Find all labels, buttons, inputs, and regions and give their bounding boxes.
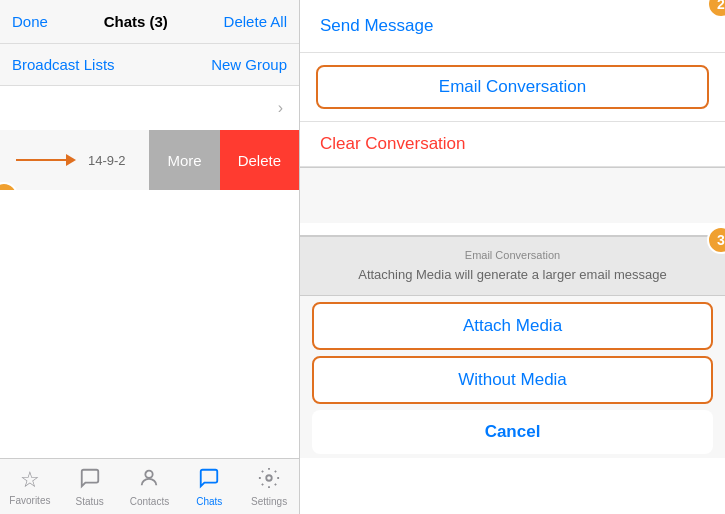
swipe-actions: More Delete bbox=[149, 130, 299, 190]
action-sheet-cropped-title: Email Conversation bbox=[316, 249, 709, 261]
clear-conversation-section: Clear Conversation bbox=[300, 122, 725, 167]
delete-button[interactable]: Delete bbox=[220, 130, 299, 190]
arrow-line bbox=[16, 159, 66, 161]
second-bar: Broadcast Lists New Group bbox=[0, 44, 299, 86]
tab-settings-label: Settings bbox=[251, 496, 287, 507]
cancel-button[interactable]: Cancel bbox=[312, 410, 713, 454]
tab-contacts[interactable]: Contacts bbox=[120, 467, 180, 507]
step-badge-1: 1 bbox=[0, 182, 18, 190]
disclosure-row[interactable]: › bbox=[0, 86, 299, 130]
tab-favorites-label: Favorites bbox=[9, 495, 50, 506]
svg-point-1 bbox=[266, 475, 272, 481]
chat-date: 14-9-2 bbox=[88, 153, 126, 168]
top-bar: Done Chats (3) Delete All bbox=[0, 0, 299, 44]
email-conversation-box[interactable]: Email Conversation bbox=[316, 65, 709, 109]
send-message-section: Send Message 2 bbox=[300, 0, 725, 53]
new-group-button[interactable]: New Group bbox=[211, 56, 287, 73]
action-sheet-header: Email Conversation Attaching Media will … bbox=[300, 236, 725, 296]
tab-status[interactable]: Status bbox=[60, 467, 120, 507]
action-sheet-wrapper: 3 Email Conversation Attaching Media wil… bbox=[300, 236, 725, 454]
done-button[interactable]: Done bbox=[12, 13, 48, 30]
right-tab-bar-spacer bbox=[300, 167, 725, 223]
send-message-button[interactable]: Send Message bbox=[320, 16, 433, 35]
attach-media-button[interactable]: Attach Media bbox=[312, 302, 713, 350]
broadcast-lists-button[interactable]: Broadcast Lists bbox=[12, 56, 115, 73]
action-sheet: 3 Email Conversation Attaching Media wil… bbox=[300, 235, 725, 458]
left-panel: Done Chats (3) Delete All Broadcast List… bbox=[0, 0, 300, 514]
tab-status-label: Status bbox=[76, 496, 104, 507]
swipe-row-content: 14-9-2 bbox=[0, 153, 149, 168]
status-icon bbox=[79, 467, 101, 494]
chat-list: › 1 14-9-2 More Delete bbox=[0, 86, 299, 458]
tab-contacts-label: Contacts bbox=[130, 496, 169, 507]
more-button[interactable]: More bbox=[149, 130, 219, 190]
chats-title: Chats (3) bbox=[104, 13, 168, 30]
email-conversation-label: Email Conversation bbox=[439, 77, 586, 97]
tab-chats-label: Chats bbox=[196, 496, 222, 507]
chevron-right-icon: › bbox=[278, 99, 283, 117]
tab-bar: ☆ Favorites Status bbox=[0, 458, 299, 514]
contacts-icon bbox=[138, 467, 160, 494]
email-conversation-section: Email Conversation bbox=[300, 53, 725, 122]
settings-icon bbox=[258, 467, 280, 494]
clear-conversation-button[interactable]: Clear Conversation bbox=[320, 134, 466, 153]
svg-point-0 bbox=[146, 470, 153, 477]
step-badge-2: 2 bbox=[707, 0, 725, 18]
tab-chats[interactable]: Chats bbox=[179, 467, 239, 507]
tab-favorites[interactable]: ☆ Favorites bbox=[0, 467, 60, 506]
delete-all-button[interactable]: Delete All bbox=[224, 13, 287, 30]
tab-settings[interactable]: Settings bbox=[239, 467, 299, 507]
arrow-head bbox=[66, 154, 76, 166]
action-sheet-subtitle: Attaching Media will generate a larger e… bbox=[358, 267, 667, 282]
right-panel: Send Message 2 Email Conversation Clear … bbox=[300, 0, 725, 514]
chats-icon bbox=[198, 467, 220, 494]
without-media-button[interactable]: Without Media bbox=[312, 356, 713, 404]
swipe-row: 1 14-9-2 More Delete bbox=[0, 130, 299, 190]
arrow-indicator bbox=[16, 154, 76, 166]
favorites-icon: ☆ bbox=[20, 467, 40, 493]
